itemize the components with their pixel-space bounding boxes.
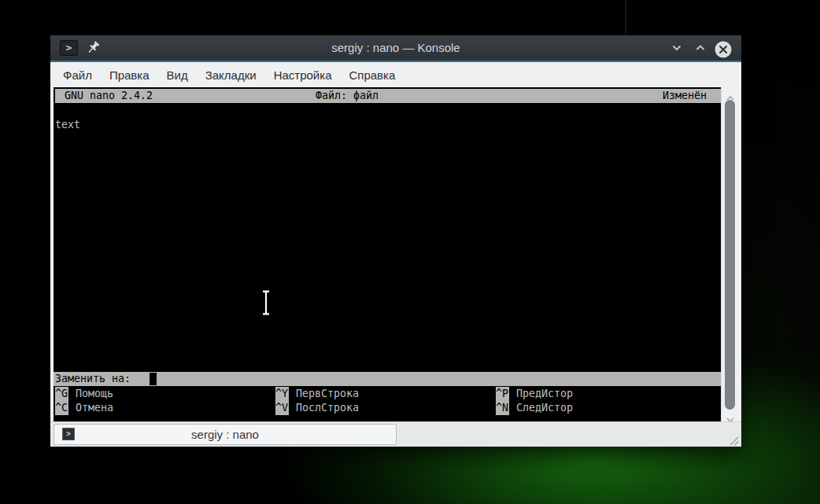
shortcut-key: ^C [55,401,68,415]
shortcut-prev-history[interactable]: ^PПредИстор [496,387,573,401]
tab-prompt-glyph: > [66,429,71,438]
shortcut-key: ^V [275,401,289,415]
terminal-block-cursor [150,373,157,385]
nano-version: GNU nano 2.4.2 [65,89,153,103]
nano-buffer-text: text [55,118,80,132]
shortcut-label: ПервСтрока [296,388,359,399]
nano-filename: Файл: файл [316,89,379,103]
nano-modified-flag: Изменён [663,89,707,103]
replace-prompt-label: Заменить на: [55,372,131,386]
menubar: Файл Правка Вид Закладки Настройка Справ… [50,62,741,87]
shortcut-label: Отмена [76,402,113,414]
shortcut-label: ПредИстор [516,388,573,399]
nano-replace-prompt[interactable]: Заменить на: [54,372,721,386]
maximize-button[interactable] [694,42,707,54]
shortcut-next-history[interactable]: ^NСледИстор [496,401,573,415]
shortcut-label: СледИстор [516,402,573,414]
nano-shortcut-row-1: ^GПомощь ^YПервСтрока ^PПредИстор [54,387,721,401]
shortcut-key: ^P [496,387,509,401]
nano-titlebar: GNU nano 2.4.2 Файл: файл Изменён [55,89,721,103]
close-button[interactable] [715,41,732,58]
menu-view[interactable]: Вид [167,68,188,82]
menu-file[interactable]: Файл [63,68,92,82]
shortcut-help[interactable]: ^GПомощь [55,387,113,401]
tab-label: sergiy : nano [54,425,396,444]
terminal-scrollbar[interactable] [721,87,738,421]
desktop-background: > sergiy : nano — Konsole [0,0,820,504]
tab-sergiy-nano[interactable]: > sergiy : nano [54,424,397,445]
menu-bookmarks[interactable]: Закладки [205,68,257,82]
resize-grip-icon[interactable] [730,435,739,444]
shortcut-cancel[interactable]: ^CОтмена [55,401,113,415]
wallpaper-streak [625,0,626,35]
shortcut-label: Помощь [76,388,113,399]
konsole-window: > sergiy : nano — Konsole [50,35,741,447]
shortcut-last-line[interactable]: ^VПослСтрока [275,401,359,415]
shortcut-key: ^G [55,387,68,401]
menu-edit[interactable]: Правка [109,68,150,82]
tab-terminal-icon: > [62,428,75,440]
ibeam-mouse-cursor [198,275,209,302]
menu-settings[interactable]: Настройка [274,68,332,82]
shortcut-first-line[interactable]: ^YПервСтрока [275,387,359,401]
scrollbar-down-icon[interactable] [726,412,735,418]
nano-shortcut-row-2: ^CОтмена ^VПослСтрока ^NСледИстор [54,401,721,415]
tab-bar: > sergiy : nano [50,421,741,447]
scrollbar-up-icon[interactable] [726,90,735,97]
window-title: sergiy : nano — Konsole [50,35,741,61]
shortcut-key: ^Y [275,387,289,401]
titlebar[interactable]: > sergiy : nano — Konsole [50,35,741,61]
shortcut-key: ^N [496,401,509,415]
menu-help[interactable]: Справка [349,68,395,82]
terminal-area: GNU nano 2.4.2 Файл: файл Изменён text З… [54,87,738,421]
scrollbar-thumb[interactable] [725,100,735,410]
shortcut-label: ПослСтрока [296,402,359,414]
minimize-button[interactable] [670,42,683,54]
nano-editor[interactable]: GNU nano 2.4.2 Файл: файл Изменён text З… [54,87,721,421]
